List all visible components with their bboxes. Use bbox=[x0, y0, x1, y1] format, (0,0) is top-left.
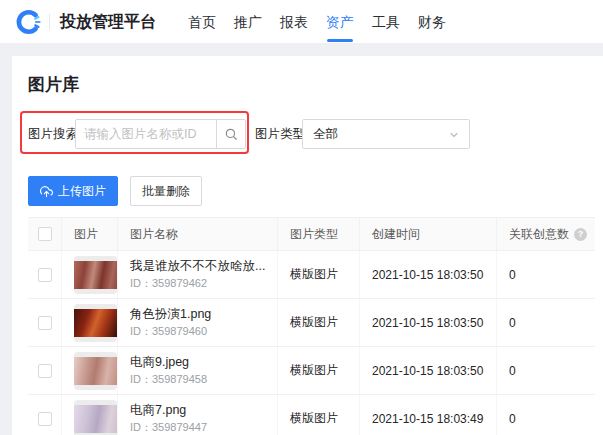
image-type-label: 图片类型 bbox=[255, 119, 305, 149]
created-time-cell: 2021-10-15 18:03:50 bbox=[360, 251, 497, 298]
nav-item-assets[interactable]: 资产 bbox=[326, 0, 354, 44]
nav-item-reports[interactable]: 报表 bbox=[280, 0, 308, 44]
upload-image-button[interactable]: 上传图片 bbox=[28, 176, 118, 206]
creative-count-cell: 0 bbox=[497, 299, 595, 346]
nav-item-home[interactable]: 首页 bbox=[188, 0, 216, 44]
brand-divider bbox=[49, 14, 50, 30]
nav-item-promotion[interactable]: 推广 bbox=[234, 0, 262, 44]
page-title: 图片库 bbox=[28, 73, 79, 96]
batch-delete-button[interactable]: 批量删除 bbox=[130, 176, 202, 206]
select-all-checkbox[interactable] bbox=[38, 227, 52, 241]
question-circle-icon[interactable] bbox=[574, 228, 587, 241]
content-card: 图片库 图片搜索 图片类型 全部 上传图片 批量删除 bbox=[12, 56, 603, 435]
column-header-creative-count: 关联创意数 bbox=[497, 218, 595, 250]
image-type-cell: 横版图片 bbox=[278, 299, 360, 346]
table-header-row: 图片 图片名称 图片类型 创建时间 关联创意数 bbox=[28, 218, 595, 251]
image-id: ID：359879462 bbox=[130, 276, 207, 291]
row-checkbox[interactable] bbox=[38, 412, 52, 426]
image-id: ID：359879460 bbox=[130, 324, 207, 339]
search-input[interactable] bbox=[75, 119, 217, 149]
thumbnail-image bbox=[74, 357, 117, 385]
image-id: ID：359879447 bbox=[130, 420, 207, 435]
image-table: 图片 图片名称 图片类型 创建时间 关联创意数 我是谁放不不不放啥放... ID… bbox=[28, 217, 595, 435]
creative-count-cell: 0 bbox=[497, 395, 595, 435]
table-row: 角色扮演1.png ID：359879460 横版图片 2021-10-15 1… bbox=[28, 299, 595, 347]
image-type-select[interactable]: 全部 bbox=[302, 119, 470, 149]
image-name: 电商9.jpeg bbox=[130, 354, 189, 371]
creative-count-cell: 0 bbox=[497, 347, 595, 394]
created-time-cell: 2021-10-15 18:03:50 bbox=[360, 299, 497, 346]
search-label: 图片搜索 bbox=[28, 119, 78, 149]
main-nav: 首页 推广 报表 资产 工具 财务 bbox=[188, 0, 446, 44]
table-row: 电商9.jpeg ID：359879458 横版图片 2021-10-15 18… bbox=[28, 347, 595, 395]
row-checkbox[interactable] bbox=[38, 364, 52, 378]
image-thumbnail[interactable] bbox=[74, 256, 117, 294]
cloud-upload-icon bbox=[40, 185, 53, 198]
column-header-image-type: 图片类型 bbox=[278, 218, 360, 250]
created-time-cell: 2021-10-15 18:03:49 bbox=[360, 395, 497, 435]
upload-image-label: 上传图片 bbox=[58, 183, 106, 200]
image-type-cell: 横版图片 bbox=[278, 395, 360, 435]
magnifier-icon bbox=[224, 127, 238, 141]
table-row: 我是谁放不不不放啥放... ID：359879462 横版图片 2021-10-… bbox=[28, 251, 595, 299]
image-thumbnail[interactable] bbox=[74, 352, 117, 390]
image-id: ID：359879458 bbox=[130, 372, 207, 387]
toolbar: 上传图片 批量删除 bbox=[28, 176, 202, 206]
image-name: 角色扮演1.png bbox=[130, 306, 211, 323]
created-time-cell: 2021-10-15 18:03:50 bbox=[360, 347, 497, 394]
nav-item-finance[interactable]: 财务 bbox=[418, 0, 446, 44]
column-header-created-time: 创建时间 bbox=[360, 218, 497, 250]
creative-count-cell: 0 bbox=[497, 251, 595, 298]
thumbnail-image bbox=[74, 405, 117, 433]
column-header-image: 图片 bbox=[62, 218, 118, 250]
table-row: 电商7.png ID：359879447 横版图片 2021-10-15 18:… bbox=[28, 395, 595, 435]
app-window: 投放管理平台 首页 推广 报表 资产 工具 财务 图片库 图片搜索 图片类型 全… bbox=[0, 0, 603, 435]
thumbnail-image bbox=[74, 261, 117, 289]
app-title: 投放管理平台 bbox=[60, 0, 156, 44]
top-nav-bar: 投放管理平台 首页 推广 报表 资产 工具 财务 bbox=[0, 0, 603, 44]
spinner-c-logo-icon bbox=[15, 9, 41, 35]
thumbnail-image bbox=[74, 309, 117, 337]
image-type-selected-value: 全部 bbox=[313, 127, 338, 141]
image-type-cell: 横版图片 bbox=[278, 347, 360, 394]
image-thumbnail[interactable] bbox=[74, 304, 117, 342]
chevron-down-icon bbox=[448, 129, 460, 141]
batch-delete-label: 批量删除 bbox=[142, 183, 190, 200]
image-name: 电商7.png bbox=[130, 402, 186, 419]
image-name: 我是谁放不不不放啥放... bbox=[130, 258, 265, 275]
image-type-cell: 横版图片 bbox=[278, 251, 360, 298]
nav-item-tools[interactable]: 工具 bbox=[372, 0, 400, 44]
row-checkbox[interactable] bbox=[38, 316, 52, 330]
row-checkbox[interactable] bbox=[38, 268, 52, 282]
image-thumbnail[interactable] bbox=[74, 400, 117, 435]
column-header-image-name: 图片名称 bbox=[118, 218, 278, 250]
search-button[interactable] bbox=[216, 119, 246, 149]
